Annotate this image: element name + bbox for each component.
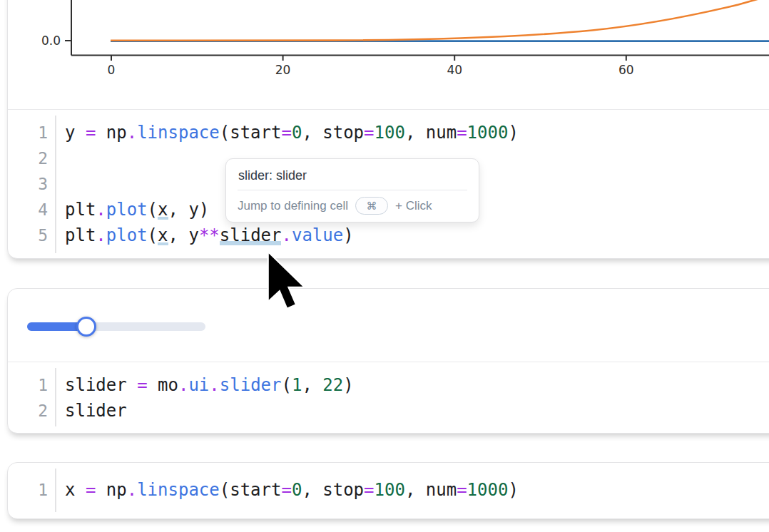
code-token: . [127,480,137,500]
code-token: ( [148,200,158,220]
code-token: = [86,480,96,500]
code-text: y = np.linspace(start=0, stop=100, num=1… [58,120,519,145]
tooltip-action-label: Jump to defining cell [238,199,348,213]
code-text: slider [58,398,127,424]
code-token: x [65,480,86,500]
variable-tooltip: slider: slider Jump to defining cell ⌘ +… [225,158,479,222]
code-token: slider [65,375,137,395]
code-token: 0 [292,123,302,143]
tooltip-title: slider: slider [226,159,479,190]
code-token: ( [148,225,158,245]
code-editor-slider-cell[interactable]: 1slider = mo.ui.slider(1, 22)2slider [8,362,769,432]
code-token: np [96,123,126,143]
code-token: ui [188,375,209,395]
code-token: = [457,480,467,500]
cmd-key-badge: ⌘ [355,197,388,215]
code-token: , [302,375,322,395]
code-token: value [292,225,343,245]
cross-cell-variable-ref[interactable]: x [158,225,168,245]
code-token: ) [508,480,518,500]
code-token: 1 [292,375,302,395]
cell-x[interactable]: 1x = np.linspace(start=0, stop=100, num=… [7,462,769,519]
code-token: = [281,480,291,500]
code-token: ) [508,123,518,143]
code-text: x = np.linspace(start=0, stop=100, num=1… [58,477,519,503]
code-editor-x-cell[interactable]: 1x = np.linspace(start=0, stop=100, num=… [8,463,769,518]
code-token: slider [220,375,282,395]
code-token: 1000 [467,480,509,500]
code-token: . [178,375,188,395]
code-token: linspace [137,480,220,500]
code-token: y [65,123,86,143]
marimo-notebook: { "colors": { "syntax": { "operator": "#… [0,0,769,532]
code-line[interactable]: 2slider [8,398,769,424]
code-text [58,171,65,197]
code-token: 1000 [467,123,509,143]
code-token: = [281,123,291,143]
gutter-rule [55,469,56,512]
line-number: 1 [8,477,58,503]
code-token: , num [405,123,457,143]
code-token: = [364,123,374,143]
code-token: slider [65,401,127,421]
code-token: ) [343,225,353,245]
command-icon: ⌘ [366,200,377,213]
code-token: . [209,375,219,395]
code-token: 22 [322,375,343,395]
code-token: , num [405,480,457,500]
code-line[interactable]: 5plt.plot(x, y**slider.value) [8,222,769,248]
code-token: . [96,200,106,220]
code-token: . [96,225,106,245]
gutter-rule [55,368,56,426]
code-token: 100 [375,480,405,500]
code-token: = [137,375,147,395]
cross-cell-variable-ref[interactable]: x [158,200,168,220]
code-token: ) [343,375,353,395]
code-token: , stop [302,480,364,500]
code-line[interactable]: 1slider = mo.ui.slider(1, 22) [8,372,769,398]
code-token: = [86,123,96,143]
code-token: ( [281,375,291,395]
code-token: = [364,480,374,500]
line-number: 1 [8,120,58,145]
code-token: plt [65,225,96,245]
code-token: 100 [375,123,405,143]
slider-track[interactable] [27,322,205,331]
code-token: (start [220,123,282,143]
code-line[interactable]: 1y = np.linspace(start=0, stop=100, num=… [8,120,769,145]
code-token: = [457,123,467,143]
line-number: 2 [8,145,58,171]
code-token: np [96,480,126,500]
code-token: . [281,225,291,245]
code-token: (start [220,480,282,500]
code-text: slider = mo.ui.slider(1, 22) [58,372,354,398]
code-text [58,145,65,171]
line-number: 3 [8,171,58,197]
line-number: 5 [8,222,58,248]
code-token: ** [199,225,220,245]
code-token: , y [168,225,199,245]
code-token: plot [106,225,148,245]
code-token: 0 [292,480,302,500]
cross-cell-variable-ref[interactable]: slider [220,225,282,245]
cell-slider[interactable]: 1slider = mo.ui.slider(1, 22)2slider [7,288,769,434]
code-token: . [127,123,137,143]
gutter-rule [55,116,56,253]
code-line[interactable]: 1x = np.linspace(start=0, stop=100, num=… [8,477,769,503]
tooltip-click-hint: + Click [395,199,432,213]
code-token: mo [148,375,178,395]
line-number: 1 [8,372,58,398]
line-number: 4 [8,197,58,222]
code-token: plot [106,200,148,220]
code-text: plt.plot(x, y) [58,197,209,222]
line-number: 2 [8,398,58,424]
code-token: , stop [302,123,364,143]
code-token: , y) [168,200,210,220]
code-text: plt.plot(x, y**slider.value) [58,222,354,248]
slider-thumb[interactable] [76,317,96,337]
code-token: plt [65,200,96,220]
code-token: linspace [137,123,220,143]
